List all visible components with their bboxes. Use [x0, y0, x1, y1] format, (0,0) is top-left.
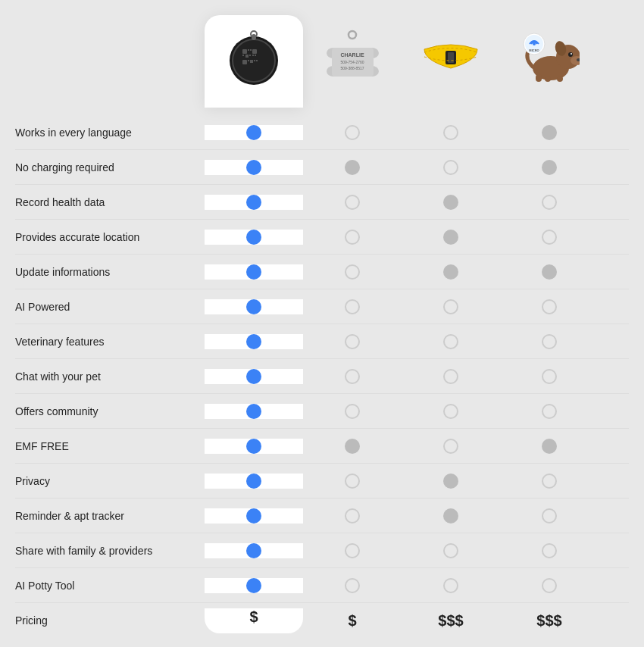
- svg-rect-14: [254, 60, 255, 61]
- pricing-value: $$$: [438, 612, 463, 630]
- product-col-gps-collar: [402, 23, 500, 108]
- feature-indicator: [345, 230, 360, 245]
- feature-cell: [205, 160, 303, 175]
- feature-name: Record health data: [15, 190, 205, 214]
- feature-indicator: [345, 404, 360, 419]
- feature-cell: [303, 439, 402, 454]
- feature-indicator: [542, 160, 557, 175]
- feature-indicator: [443, 508, 458, 524]
- svg-rect-6: [242, 55, 244, 56]
- feature-indicator: [246, 439, 261, 454]
- feature-cell: [500, 508, 599, 524]
- feature-indicator: [246, 578, 261, 593]
- feature-indicator: [345, 439, 360, 454]
- feature-row: Update informations: [15, 255, 629, 289]
- svg-rect-5: [252, 49, 257, 54]
- pricing-value: $$$: [536, 612, 561, 630]
- feature-indicator: [246, 508, 261, 524]
- feature-row: Chat with your pet: [15, 359, 629, 394]
- feature-cell: [402, 334, 500, 349]
- feature-name: AI Powered: [15, 295, 205, 319]
- svg-rect-9: [252, 55, 254, 56]
- feature-cell: [205, 439, 303, 454]
- feature-cell: [205, 404, 303, 419]
- feature-cell: [303, 578, 402, 593]
- feature-cell: [500, 230, 599, 245]
- feature-cell: [402, 264, 500, 280]
- feature-name: Share with family & providers: [15, 539, 205, 563]
- feature-cell: [205, 195, 303, 210]
- header-row: CHARLIE 509-754-2760 509-388-8517: [15, 15, 629, 108]
- feature-cell: [205, 230, 303, 245]
- feature-indicator: [542, 543, 557, 558]
- feature-indicator: [443, 195, 458, 210]
- feature-indicator: [443, 299, 458, 314]
- feature-name: Reminder & apt tracker: [15, 504, 205, 528]
- feature-cell: [303, 125, 402, 140]
- feature-indicator: [246, 230, 261, 245]
- svg-rect-39: [557, 76, 563, 82]
- feature-indicator: [345, 543, 360, 558]
- feature-cell: [402, 543, 500, 558]
- feature-name: No charging required: [15, 155, 205, 180]
- feature-indicator: [345, 264, 360, 280]
- svg-rect-38: [545, 76, 551, 82]
- feature-row: Privacy: [15, 464, 629, 499]
- feature-indicator: [443, 439, 458, 454]
- feature-cell: [303, 195, 402, 210]
- feature-cell: $: [205, 608, 303, 633]
- feature-cell: [303, 543, 402, 558]
- feature-name: EMF FREE: [15, 434, 205, 458]
- feature-indicator: [246, 299, 261, 314]
- feature-name: Offers community: [15, 399, 205, 424]
- svg-rect-12: [248, 60, 249, 61]
- svg-point-19: [349, 31, 356, 39]
- feature-indicator: [542, 125, 557, 140]
- feature-indicator: [246, 264, 261, 280]
- feature-cell: [303, 230, 402, 245]
- svg-text:MICRO: MICRO: [529, 48, 539, 52]
- feature-indicator: [345, 474, 360, 489]
- feature-name: Provides accurate location: [15, 225, 205, 249]
- feature-name: Privacy: [15, 469, 205, 493]
- furry-tag-image: [220, 23, 288, 91]
- feature-indicator: [345, 508, 360, 524]
- feature-indicator: [542, 230, 557, 245]
- feature-cell: [402, 439, 500, 454]
- svg-rect-4: [250, 49, 252, 51]
- feature-cell: [500, 334, 599, 349]
- feature-cell: [303, 160, 402, 175]
- feature-name: Veterinary features: [15, 330, 205, 354]
- feature-row: Offers community: [15, 394, 629, 429]
- feature-cell: [500, 195, 599, 210]
- feature-cell: [500, 125, 599, 140]
- svg-rect-15: [256, 60, 258, 61]
- feature-cell: [500, 369, 599, 384]
- feature-indicator: [443, 334, 458, 349]
- feature-indicator: [542, 299, 557, 314]
- feature-indicator: [345, 195, 360, 210]
- feature-indicator: [542, 578, 557, 593]
- feature-indicator: [246, 125, 261, 140]
- feature-indicator: [443, 125, 458, 140]
- feature-cell: [205, 264, 303, 280]
- feature-row: Provides accurate location: [15, 220, 629, 255]
- product-col-microchip: MICRO: [500, 23, 599, 108]
- feature-row: Share with family & providers: [15, 533, 629, 568]
- feature-cell: $: [303, 612, 402, 630]
- feature-cell: [402, 578, 500, 593]
- feature-indicator: [246, 160, 261, 175]
- feature-cell: [303, 264, 402, 280]
- feature-cell: [205, 299, 303, 314]
- svg-text:CHARLIE: CHARLIE: [340, 52, 364, 58]
- feature-cell: [500, 578, 599, 593]
- svg-point-42: [533, 42, 536, 45]
- feature-cell: [402, 299, 500, 314]
- feature-indicator: [443, 404, 458, 419]
- feature-cell: [402, 369, 500, 384]
- feature-name: Chat with your pet: [15, 364, 205, 389]
- svg-rect-3: [248, 49, 249, 51]
- feature-indicator: [443, 160, 458, 175]
- feature-cell: [303, 299, 402, 314]
- feature-indicator: [345, 299, 360, 314]
